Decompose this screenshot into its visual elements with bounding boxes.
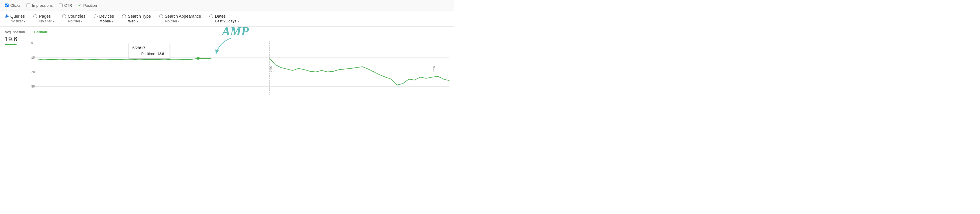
filter-queries-label: Queries bbox=[10, 14, 25, 19]
filter-bar: Queries No filter ▾ Pages No filter ▾ Co… bbox=[0, 11, 454, 27]
filter-search-type-label: Search Type bbox=[128, 14, 151, 19]
filter-search-appearance-sub[interactable]: No filter ▾ bbox=[159, 19, 201, 23]
position-label: Position bbox=[83, 3, 97, 8]
ctr-label: CTR bbox=[64, 3, 72, 8]
filter-search-type[interactable]: Search Type Web ▾ bbox=[122, 14, 151, 23]
avg-position-underline bbox=[5, 44, 16, 45]
impressions-label: Impressions bbox=[32, 3, 53, 8]
radio-devices[interactable] bbox=[94, 14, 98, 18]
filter-countries[interactable]: Countries No filter ▾ bbox=[62, 14, 86, 23]
filter-search-appearance-label: Search Appearance bbox=[165, 14, 201, 19]
metric-clicks[interactable]: Clicks bbox=[5, 3, 21, 8]
filter-dates-sub[interactable]: Last 90 days ▾ bbox=[209, 19, 239, 23]
radio-countries[interactable] bbox=[62, 14, 66, 18]
filter-countries-label: Countries bbox=[68, 14, 86, 19]
radio-pages[interactable] bbox=[33, 14, 37, 18]
radio-dates[interactable] bbox=[209, 14, 213, 18]
filter-queries[interactable]: Queries No filter ▾ bbox=[5, 14, 25, 23]
metrics-bar: Clicks Impressions CTR ✓ Position bbox=[0, 0, 454, 11]
search-appearance-dropdown-arrow: ▾ bbox=[178, 20, 180, 23]
filter-pages[interactable]: Pages No filter ▾ bbox=[33, 14, 54, 23]
ctr-checkbox[interactable] bbox=[59, 3, 62, 7]
filter-devices-sub[interactable]: Mobile ▾ bbox=[94, 19, 114, 23]
svg-text:20: 20 bbox=[31, 70, 35, 74]
radio-search-appearance[interactable] bbox=[159, 14, 163, 18]
metric-impressions[interactable]: Impressions bbox=[27, 3, 53, 8]
svg-text:Note: Note bbox=[270, 66, 273, 72]
filter-pages-sub[interactable]: No filter ▾ bbox=[33, 19, 54, 23]
svg-text:0: 0 bbox=[31, 41, 33, 44]
filter-devices-label: Devices bbox=[99, 14, 114, 19]
avg-position-value: 19.6 bbox=[5, 35, 29, 43]
queries-dropdown-arrow: ▾ bbox=[24, 20, 25, 23]
position-chart: 0 10 20 30 Note Note bbox=[31, 34, 449, 98]
filter-search-appearance[interactable]: Search Appearance No filter ▾ bbox=[159, 14, 201, 23]
impressions-checkbox[interactable] bbox=[27, 3, 30, 7]
devices-dropdown-arrow: ▾ bbox=[112, 20, 113, 23]
filter-countries-sub[interactable]: No filter ▾ bbox=[62, 19, 86, 23]
filter-search-type-sub[interactable]: Web ▾ bbox=[122, 19, 151, 23]
chart-area: Avg. position 19.6 Position AMP bbox=[0, 27, 454, 98]
filter-dates-label: Dates bbox=[215, 14, 226, 19]
clicks-checkbox[interactable] bbox=[5, 3, 8, 7]
avg-position-label: Avg. position bbox=[5, 30, 29, 34]
pages-dropdown-arrow: ▾ bbox=[52, 20, 54, 23]
filter-devices[interactable]: Devices Mobile ▾ bbox=[94, 14, 114, 23]
tooltip-dot bbox=[197, 57, 200, 60]
chart-position-label: Position bbox=[34, 30, 449, 33]
clicks-label: Clicks bbox=[10, 3, 21, 8]
radio-queries[interactable] bbox=[5, 14, 8, 18]
filter-queries-sub[interactable]: No filter ▾ bbox=[5, 19, 25, 23]
svg-text:10: 10 bbox=[31, 56, 35, 59]
metric-position[interactable]: ✓ Position bbox=[78, 3, 97, 8]
filter-dates[interactable]: Dates Last 90 days ▾ bbox=[209, 14, 239, 23]
dates-dropdown-arrow: ▾ bbox=[237, 20, 239, 23]
countries-dropdown-arrow: ▾ bbox=[81, 20, 83, 23]
radio-search-type[interactable] bbox=[122, 14, 126, 18]
filter-pages-label: Pages bbox=[39, 14, 51, 19]
metric-ctr[interactable]: CTR bbox=[59, 3, 72, 8]
chart-svg-wrapper: 0 10 20 30 Note Note bbox=[31, 34, 449, 98]
svg-text:Note: Note bbox=[432, 66, 436, 72]
position-checkmark: ✓ bbox=[78, 3, 81, 8]
svg-text:30: 30 bbox=[31, 85, 35, 88]
search-type-dropdown-arrow: ▾ bbox=[137, 20, 138, 23]
